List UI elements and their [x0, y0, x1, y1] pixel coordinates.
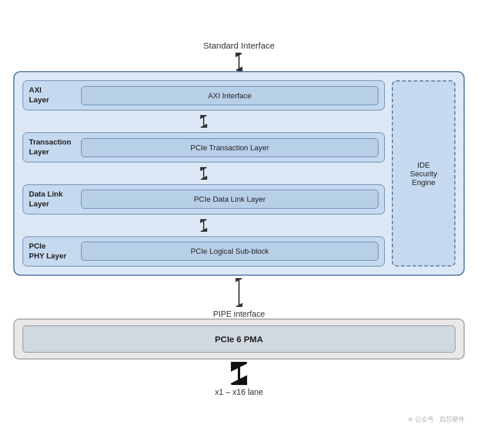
arrow-transaction-datalink [23, 167, 385, 180]
watermark: ⊕ 公众号 · 启芯硬件 [13, 415, 465, 424]
pipe-interface-label: PIPE interface [213, 309, 265, 319]
pma-outer-box: PCIe 6 PMA [13, 319, 465, 360]
pipe-interface-arrow [232, 278, 246, 307]
layer-row-transaction: Transaction Layer PCIe Transaction Layer [23, 132, 385, 162]
phy-layer-label: PCIe PHY Layer [29, 242, 81, 261]
ide-security-engine-box: IDE Security Engine [392, 80, 455, 266]
lane-area: x1 – x16 lane [13, 362, 465, 397]
arrow-axi-transaction [23, 115, 385, 128]
datalink-layer-label: Data Link Layer [29, 190, 81, 209]
datalink-inner-box: PCIe Data Link Layer [81, 190, 378, 209]
standard-interface-label: Standard Interface [203, 40, 274, 50]
phy-inner-box: PCIe Logical Sub-block [81, 242, 378, 261]
layer-row-axi: AXI Layer AXI Interface [23, 80, 385, 110]
diagram-wrapper: Standard Interface AXI Layer AXI Interfa… [13, 35, 465, 413]
axi-inner-box: AXI Interface [81, 86, 378, 105]
layers-column: AXI Layer AXI Interface [23, 80, 385, 266]
layer-row-phy: PCIe PHY Layer PCIe Logical Sub-block [23, 236, 385, 266]
transaction-layer-label: Transaction Layer [29, 138, 81, 157]
transaction-inner-box: PCIe Transaction Layer [81, 138, 378, 157]
main-outer-box: AXI Layer AXI Interface [13, 71, 465, 275]
lane-arrow [231, 362, 247, 385]
axi-layer-label: AXI Layer [29, 86, 81, 105]
pipe-area: PIPE interface [13, 278, 465, 319]
lane-label: x1 – x16 lane [215, 387, 263, 397]
standard-interface-arrow [232, 53, 246, 71]
pma-inner-label: PCIe 6 PMA [23, 325, 455, 353]
arrow-datalink-phy [23, 219, 385, 232]
layer-row-datalink: Data Link Layer PCIe Data Link Layer [23, 184, 385, 214]
